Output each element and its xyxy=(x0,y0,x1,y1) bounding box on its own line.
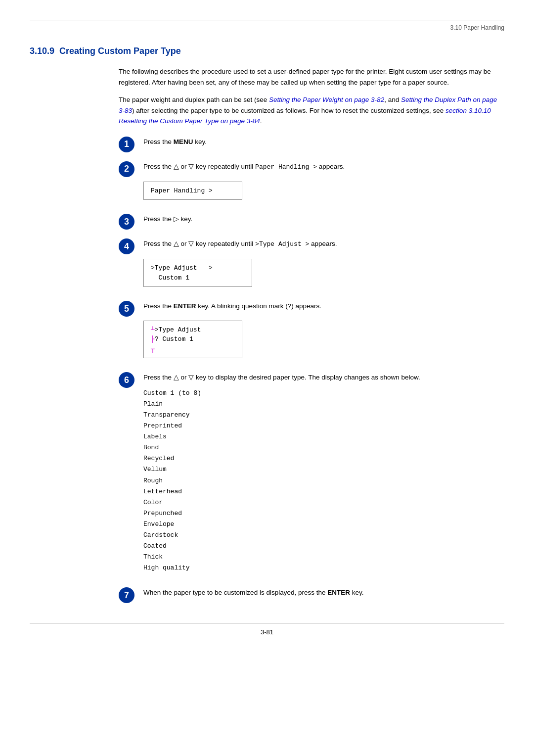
steps-area: 1 Press the MENU key. 2 Press the △ or ▽… xyxy=(119,137,504,603)
intro-para-2: The paper weight and duplex path can be … xyxy=(119,94,504,127)
step-5-display: ┴>Type Adjust ├? Custom 1 ┬ xyxy=(143,321,242,359)
step-5-number: 5 xyxy=(119,301,134,317)
content-area: The following describes the procedure us… xyxy=(119,66,504,603)
link-paper-weight[interactable]: Setting the Paper Weight on page 3-82 xyxy=(269,96,384,103)
step-4-text: Press the △ or ▽ key repeatedly until >T… xyxy=(143,238,504,250)
step-5: 5 Press the ENTER key. A blinking questi… xyxy=(119,301,504,363)
step-6: 6 Press the △ or ▽ key to display the de… xyxy=(119,372,504,578)
step-5-content: Press the ENTER key. A blinking question… xyxy=(143,301,504,363)
step-7: 7 When the paper type to be customized i… xyxy=(119,587,504,603)
intro-p2-mid1: , and xyxy=(384,96,401,103)
step-3-text: Press the ▷ key. xyxy=(143,214,504,225)
step-7-number: 7 xyxy=(119,587,134,603)
step-2-number: 2 xyxy=(119,161,134,177)
step-3: 3 Press the ▷ key. xyxy=(119,214,504,230)
section-name: Creating Custom Paper Type xyxy=(59,46,181,56)
step-6-list: Custom 1 (to 8) Plain Transparency Prepr… xyxy=(143,388,504,574)
intro-p2-end: . xyxy=(260,117,262,125)
step-7-key: ENTER xyxy=(327,589,350,596)
step-4-content: Press the △ or ▽ key repeatedly until >T… xyxy=(143,238,504,292)
step-3-number: 3 xyxy=(119,214,134,230)
section-title: 3.10.9 Creating Custom Paper Type xyxy=(30,46,504,56)
cursor-mark-top-left: ┴ xyxy=(151,326,155,333)
step-2: 2 Press the △ or ▽ key repeatedly until … xyxy=(119,161,504,205)
page: 3.10 Paper Handling 3.10.9 Creating Cust… xyxy=(0,0,534,756)
step-7-content: When the paper type to be customized is … xyxy=(143,587,504,603)
step-2-code: Paper Handling > xyxy=(255,163,317,171)
step-1-key: MENU xyxy=(174,138,193,145)
step-1-content: Press the MENU key. xyxy=(143,137,504,152)
intro-para-1: The following describes the procedure us… xyxy=(119,66,504,88)
section-number: 3.10.9 xyxy=(30,46,54,56)
step-4-display: >Type Adjust > Custom 1 xyxy=(143,259,252,287)
step-1: 1 Press the MENU key. xyxy=(119,137,504,152)
page-number: 3-81 xyxy=(30,628,504,636)
step-4: 4 Press the △ or ▽ key repeatedly until … xyxy=(119,238,504,292)
step-2-display: Paper Handling > xyxy=(143,182,242,200)
step-4-number: 4 xyxy=(119,238,134,254)
step-1-text: Press the MENU key. xyxy=(143,137,504,147)
top-rule xyxy=(30,20,504,20)
bottom-rule xyxy=(30,623,504,623)
step-6-content: Press the △ or ▽ key to display the desi… xyxy=(143,372,504,578)
step-2-content: Press the △ or ▽ key repeatedly until Pa… xyxy=(143,161,504,205)
step-6-text: Press the △ or ▽ key to display the desi… xyxy=(143,372,504,383)
cursor-mark-bottom-left: ┬ xyxy=(151,345,155,353)
intro-p2-start: The paper weight and duplex path can be … xyxy=(119,96,269,103)
step-1-number: 1 xyxy=(119,137,134,152)
step-5-key: ENTER xyxy=(174,302,196,310)
step-5-text: Press the ENTER key. A blinking question… xyxy=(143,301,504,312)
step-7-text: When the paper type to be customized is … xyxy=(143,587,504,598)
step-3-content: Press the ▷ key. xyxy=(143,214,504,230)
step-2-text: Press the △ or ▽ key repeatedly until Pa… xyxy=(143,161,504,173)
step-4-code: >Type Adjust > xyxy=(255,240,309,248)
step-6-number: 6 xyxy=(119,372,134,388)
cursor-mark-left: ├ xyxy=(151,335,155,343)
intro-p2-mid2: ) after selecting the paper type to be c… xyxy=(132,107,445,114)
header-section: 3.10 Paper Handling xyxy=(30,24,504,31)
